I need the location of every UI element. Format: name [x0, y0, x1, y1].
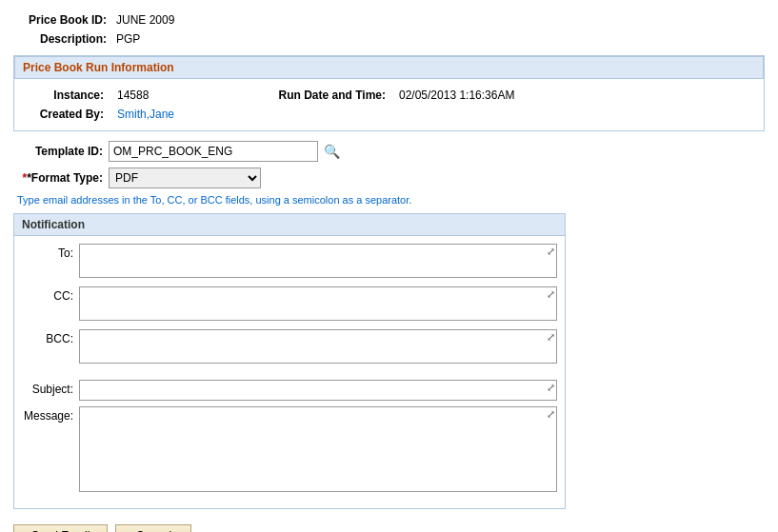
page-wrapper: Price Book ID: JUNE 2009 Description: PG… [0, 0, 778, 532]
price-book-id-value: JUNE 2009 [112, 11, 763, 29]
cc-input-wrapper: ⤢ [79, 286, 557, 324]
cc-row: CC: ⤢ [22, 286, 557, 324]
hint-text: Type email addresses in the To, CC, or B… [17, 194, 765, 206]
format-type-label: **Format Type: [13, 171, 109, 185]
notification-section: Notification To: ⤢ CC: ⤢ BCC: [13, 213, 566, 509]
bcc-expand-icon[interactable]: ⤢ [547, 331, 555, 344]
bcc-label: BCC: [22, 329, 79, 345]
description-label: Description: [15, 30, 110, 48]
to-label: To: [22, 244, 79, 260]
template-id-label: Template ID: [13, 145, 109, 158]
run-date-label: Run Date and Time: [268, 87, 391, 104]
to-input-wrapper: ⤢ [79, 244, 557, 281]
subject-expand-icon[interactable]: ⤢ [547, 382, 555, 394]
description-value: PGP [112, 30, 763, 48]
run-info-table: Instance: 14588 Run Date and Time: 02/05… [22, 85, 756, 125]
cancel-button[interactable]: Cancel [115, 524, 191, 532]
run-info-header: Price Book Run Information [14, 56, 764, 79]
cc-label: CC: [22, 286, 79, 303]
bcc-row: BCC: ⤢ [22, 329, 557, 366]
message-input[interactable] [79, 406, 557, 492]
bcc-input-wrapper: ⤢ [79, 329, 557, 366]
subject-input-wrapper: ⤢ [79, 380, 557, 401]
created-by-link[interactable]: Smith,Jane [117, 108, 174, 121]
to-row: To: ⤢ [22, 244, 557, 281]
template-search-icon[interactable]: 🔍 [322, 144, 342, 159]
message-input-wrapper: ⤢ [79, 406, 557, 495]
subject-label: Subject: [22, 380, 79, 396]
price-book-info: Price Book ID: JUNE 2009 Description: PG… [13, 10, 765, 49]
run-info-body: Instance: 14588 Run Date and Time: 02/05… [14, 79, 764, 130]
cc-input[interactable] [79, 286, 557, 321]
send-email-button[interactable]: Send Email [13, 524, 108, 532]
template-id-row: Template ID: 🔍 [13, 141, 765, 162]
subject-row: Subject: ⤢ [22, 380, 557, 401]
notification-header: Notification [14, 214, 565, 236]
template-id-wrapper: 🔍 [109, 141, 342, 162]
to-input[interactable] [79, 244, 557, 278]
message-row: Message: ⤢ [22, 406, 557, 495]
message-label: Message: [22, 406, 79, 423]
subject-input[interactable] [79, 380, 557, 401]
notification-body: To: ⤢ CC: ⤢ BCC: ⤢ [14, 236, 565, 508]
run-date-value: 02/05/2013 1:16:36AM [393, 87, 754, 104]
created-by-label: Created By: [24, 106, 110, 123]
template-id-input[interactable] [109, 141, 318, 162]
instance-label: Instance: [24, 87, 110, 104]
cc-expand-icon[interactable]: ⤢ [547, 288, 555, 301]
message-expand-icon[interactable]: ⤢ [547, 408, 555, 421]
created-by-value: Smith,Jane [111, 106, 226, 123]
bcc-input[interactable] [79, 329, 557, 364]
run-info-section: Price Book Run Information Instance: 145… [13, 55, 765, 131]
price-book-id-label: Price Book ID: [15, 11, 110, 29]
format-type-select[interactable]: PDF Excel HTML RTF [109, 167, 261, 188]
to-expand-icon[interactable]: ⤢ [547, 246, 555, 258]
format-type-row: **Format Type: PDF Excel HTML RTF [13, 167, 765, 188]
separator [22, 372, 557, 380]
button-row: Send Email Cancel [13, 521, 765, 532]
instance-value: 14588 [111, 87, 226, 104]
